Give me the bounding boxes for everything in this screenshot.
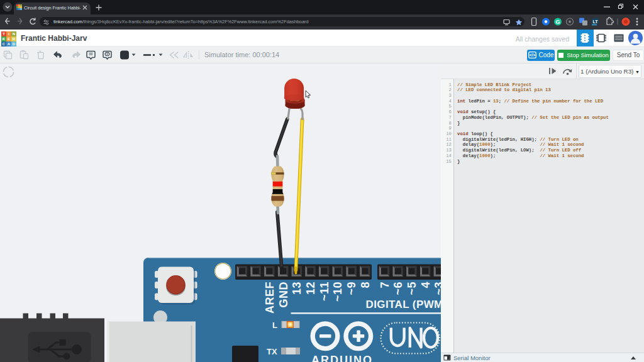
svg-text:4: 4 [419,282,432,288]
svg-text:~11: ~11 [318,282,331,301]
svg-text:8: 8 [359,282,372,288]
svg-text:13: 13 [291,282,303,295]
svg-text:DIGITAL (PWM: DIGITAL (PWM [366,299,441,310]
svg-text:~9: ~9 [345,282,358,295]
svg-text:</>: </> [529,53,535,57]
svg-text:G: G [555,19,560,25]
svg-text:~10: ~10 [331,282,344,302]
svg-text:~5: ~5 [406,282,418,295]
svg-text:12: 12 [304,282,317,295]
svg-text:~3: ~3 [433,282,441,295]
svg-text:LT: LT [592,19,598,24]
svg-text:L: L [272,321,277,330]
svg-text:TX: TX [267,347,277,356]
svg-text:7: 7 [379,282,391,288]
svg-text:~6: ~6 [392,282,404,295]
svg-text:GND: GND [277,282,290,308]
svg-text:AREF: AREF [264,282,276,314]
svg-text:ARDUINO: ARDUINO [311,354,373,362]
